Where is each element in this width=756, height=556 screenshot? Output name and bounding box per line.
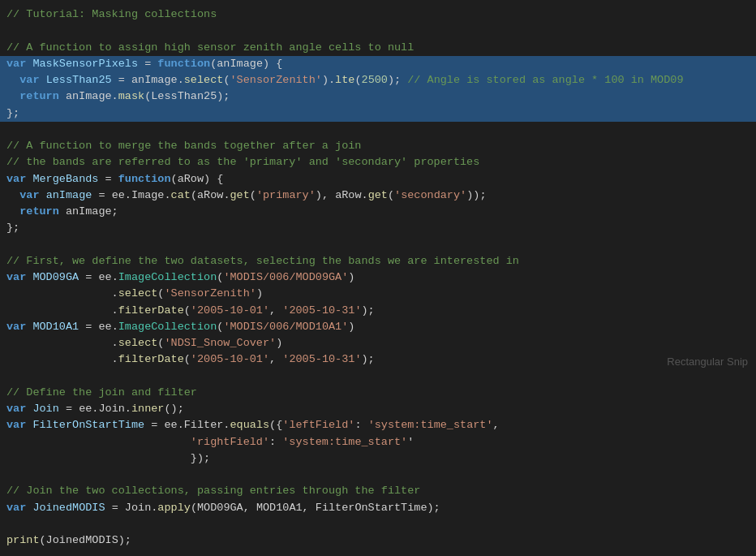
code-line: // A function to assign high sensor zeni… (0, 40, 756, 56)
comment-token: // A function to assign high sensor zeni… (6, 40, 414, 56)
string-token: 'NDSI_Snow_Cover' (164, 335, 276, 351)
plain-token: (JoinedMODIS); (40, 532, 131, 549)
plain-token: (anImage) { (210, 56, 282, 72)
plain-token (26, 417, 32, 433)
code-line: var anImage = ee.Image.cat(aRow.get('pri… (0, 187, 756, 204)
plain-token: }; (6, 220, 19, 236)
plain-token: }); (6, 450, 210, 467)
keyword-token: var (6, 401, 26, 417)
varname-token: MOD09GA (32, 269, 79, 286)
plain-token: (aRow) { (171, 171, 224, 187)
keyword-token: return (19, 204, 59, 220)
comment-token: // Angle is stored as angle * 100 in MOD… (407, 72, 683, 88)
keyword-token: var (19, 72, 39, 88)
plain-token: ' (407, 434, 414, 450)
code-line (0, 122, 756, 138)
string-token: '2005-10-31' (282, 303, 361, 319)
code-line: .select('NDSI_Snow_Cover') (0, 335, 756, 351)
plain-token: }; (6, 106, 19, 122)
plain-token (6, 204, 19, 220)
plain-token: = ee. (79, 269, 118, 286)
plain-token: = (98, 171, 118, 187)
plain-token: : (269, 434, 282, 450)
plain-token: ( (250, 187, 256, 204)
varname-token: JoinedMODIS (32, 500, 105, 516)
plain-token (26, 319, 32, 335)
plain-token (6, 88, 19, 105)
code-line: .filterDate('2005-10-01', '2005-10-31'); (0, 351, 756, 368)
code-line: // Join the two collections, passing ent… (0, 483, 756, 499)
string-token: 'primary' (256, 187, 316, 204)
method-token: select (118, 335, 158, 351)
keyword-token: return (19, 88, 59, 105)
comment-token: // A function to merge the bands togethe… (6, 138, 361, 154)
method-token: cat (171, 187, 191, 204)
plain-token: . (6, 286, 118, 302)
plain-token: : (354, 417, 367, 433)
class-token: ImageCollection (118, 269, 217, 286)
keyword-token: function (157, 56, 210, 72)
string-token: 'SensorZenith' (230, 72, 321, 88)
plain-token (26, 269, 32, 286)
method-token: filterDate (118, 303, 184, 319)
code-line: var MaskSensorPixels = function(anImage)… (0, 56, 756, 72)
code-editor: // Tutorial: Masking collections // A fu… (0, 0, 756, 556)
code-line (0, 467, 756, 483)
code-line: var LessThan25 = anImage.select('SensorZ… (0, 72, 756, 88)
code-line: .select('SensorZenith') (0, 286, 756, 302)
code-line: return anImage.mask(LessThan25); (0, 88, 756, 105)
plain-token: , (493, 417, 500, 433)
comment-token: // the bands are referred to as the 'pri… (6, 154, 479, 170)
code-line: var MergeBands = function(aRow) { (0, 171, 756, 187)
plain-token (6, 187, 19, 204)
method-token: print (6, 532, 40, 549)
code-line: }); (0, 450, 756, 467)
plain-token: . (6, 335, 118, 351)
method-token: get (230, 187, 249, 204)
plain-token: = (138, 56, 157, 72)
comment-token: // Define the join and filter (6, 385, 197, 401)
plain-token: , (269, 303, 282, 319)
method-token: select (118, 286, 158, 302)
plain-token (26, 56, 32, 72)
string-token: 'MODIS/006/MOD10A1' (223, 319, 348, 335)
plain-token: ( (184, 303, 191, 319)
keyword-token: var (6, 171, 26, 187)
code-line: var Join = ee.Join.inner(); (0, 401, 756, 417)
plain-token: (aRow. (191, 187, 230, 204)
comment-token: // Join the two collections, passing ent… (6, 483, 420, 499)
plain-token: , (269, 351, 282, 368)
plain-token: anImage. (59, 88, 118, 105)
plain-token: = ee.Filter. (144, 417, 230, 433)
code-line: var JoinedMODIS = Join.apply(MOD09GA, MO… (0, 500, 756, 516)
varname-token: MergeBands (32, 171, 98, 187)
code-line: 'rightField': 'system:time_start'' (0, 434, 756, 450)
plain-token: ( (184, 351, 191, 368)
method-token: select (184, 72, 224, 88)
varname-token: FilterOnStartTime (32, 417, 144, 433)
string-token: '2005-10-01' (191, 303, 269, 319)
method-token: equals (230, 417, 269, 433)
plain-token: ( (388, 187, 394, 204)
plain-token: = anImage. (112, 72, 184, 88)
plain-token: . (6, 303, 118, 319)
string-token: 'MODIS/006/MOD09GA' (223, 269, 348, 286)
code-line: // Define the join and filter (0, 385, 756, 401)
plain-token: ( (223, 72, 230, 88)
code-line: // First, we define the two datasets, se… (0, 253, 756, 269)
string-token: '2005-10-01' (191, 351, 269, 368)
plain-token: ); (362, 351, 375, 368)
plain-token: anImage; (59, 204, 118, 220)
plain-token: ({ (269, 417, 282, 433)
code-line: }; (0, 106, 756, 122)
plain-token (6, 72, 19, 88)
method-token: get (368, 187, 388, 204)
method-token: inner (131, 401, 165, 417)
plain-token: = ee.Image. (92, 187, 170, 204)
plain-token: ); (388, 72, 407, 88)
varname-token: LessThan25 (46, 72, 112, 88)
code-line: // Tutorial: Masking collections (0, 6, 756, 23)
varname-token: anImage (46, 187, 92, 204)
number-token: 2500 (362, 72, 388, 88)
keyword-token: var (6, 500, 26, 516)
